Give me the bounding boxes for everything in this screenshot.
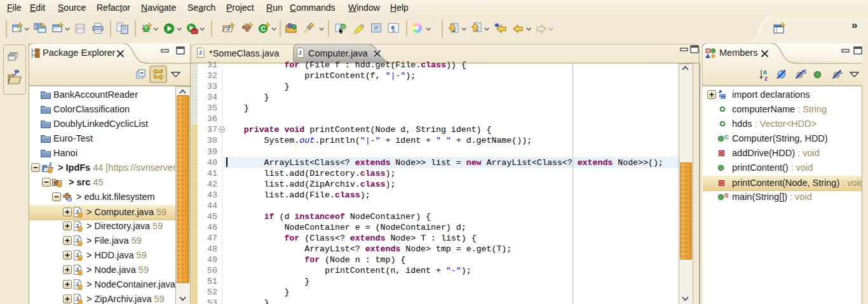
svg-text:Members: Members [719,48,757,58]
svg-text:*SomeClass.java: *SomeClass.java [209,48,280,58]
svg-text:¶: ¶ [391,24,395,33]
svg-text:Computer.java: Computer.java [308,48,368,58]
svg-text:J: J [226,25,230,32]
svg-text:C: C [342,24,346,30]
svg-text:z: z [764,75,768,82]
svg-text:C: C [261,25,266,32]
svg-text:J: J [299,50,302,56]
svg-text:J: J [199,50,202,56]
svg-text:Package Explorer: Package Explorer [43,48,116,58]
